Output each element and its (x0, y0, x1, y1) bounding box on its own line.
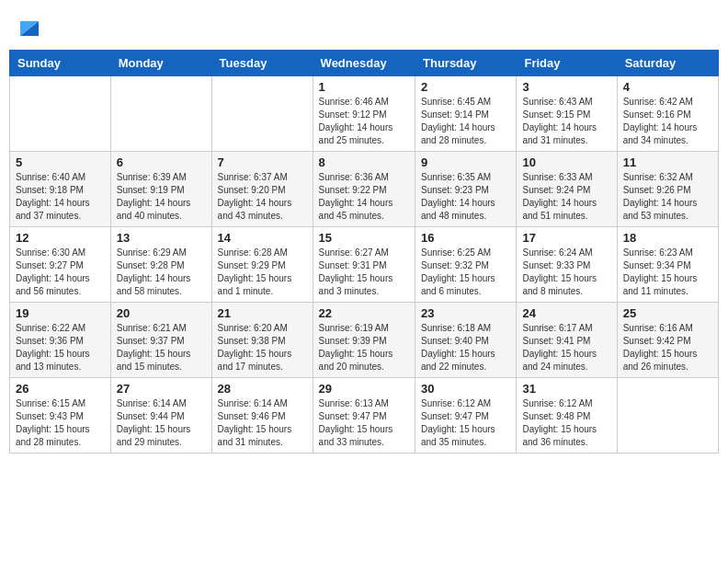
day-info: Sunrise: 6:32 AMSunset: 9:26 PMDaylight:… (623, 171, 712, 223)
day-info: Sunrise: 6:15 AMSunset: 9:43 PMDaylight:… (16, 397, 105, 449)
page-header (9, 9, 719, 40)
day-info: Sunrise: 6:25 AMSunset: 9:32 PMDaylight:… (421, 247, 510, 298)
day-number: 15 (319, 231, 409, 245)
calendar-cell: 29Sunrise: 6:13 AMSunset: 9:47 PMDayligh… (313, 378, 415, 454)
calendar-cell: 21Sunrise: 6:20 AMSunset: 9:38 PMDayligh… (211, 303, 313, 378)
calendar-cell: 5Sunrise: 6:40 AMSunset: 9:18 PMDaylight… (10, 152, 111, 227)
calendar-cell: 16Sunrise: 6:25 AMSunset: 9:32 PMDayligh… (415, 227, 517, 303)
day-number: 29 (319, 382, 409, 396)
calendar-cell: 1Sunrise: 6:46 AMSunset: 9:12 PMDaylight… (313, 76, 415, 152)
calendar-cell: 18Sunrise: 6:23 AMSunset: 9:34 PMDayligh… (617, 227, 718, 303)
day-of-week-header: Tuesday (211, 51, 313, 76)
day-number: 11 (623, 155, 712, 169)
day-info: Sunrise: 6:37 AMSunset: 9:20 PMDaylight:… (218, 171, 307, 223)
day-info: Sunrise: 6:12 AMSunset: 9:47 PMDaylight:… (421, 397, 510, 449)
calendar-cell (211, 76, 313, 152)
day-number: 6 (117, 155, 206, 169)
day-info: Sunrise: 6:33 AMSunset: 9:24 PMDaylight:… (522, 171, 610, 223)
day-info: Sunrise: 6:42 AMSunset: 9:16 PMDaylight:… (623, 96, 712, 147)
calendar-cell: 11Sunrise: 6:32 AMSunset: 9:26 PMDayligh… (617, 152, 718, 227)
calendar-cell: 8Sunrise: 6:36 AMSunset: 9:22 PMDaylight… (313, 152, 415, 227)
calendar-cell: 14Sunrise: 6:28 AMSunset: 9:29 PMDayligh… (211, 227, 313, 303)
day-number: 18 (623, 231, 712, 245)
calendar-cell: 13Sunrise: 6:29 AMSunset: 9:28 PMDayligh… (110, 227, 211, 303)
day-number: 17 (522, 231, 610, 245)
calendar-cell (617, 378, 718, 454)
day-number: 24 (522, 306, 610, 320)
day-of-week-header: Monday (110, 51, 211, 76)
calendar-table: SundayMondayTuesdayWednesdayThursdayFrid… (9, 50, 719, 454)
day-number: 22 (319, 306, 409, 320)
day-info: Sunrise: 6:21 AMSunset: 9:37 PMDaylight:… (117, 322, 206, 373)
calendar-cell: 30Sunrise: 6:12 AMSunset: 9:47 PMDayligh… (415, 378, 517, 454)
day-info: Sunrise: 6:30 AMSunset: 9:27 PMDaylight:… (16, 247, 105, 298)
day-of-week-header: Saturday (617, 51, 718, 76)
day-number: 28 (218, 382, 307, 396)
day-of-week-header: Wednesday (313, 51, 415, 76)
day-info: Sunrise: 6:12 AMSunset: 9:48 PMDaylight:… (522, 397, 610, 449)
calendar-week-row: 12Sunrise: 6:30 AMSunset: 9:27 PMDayligh… (10, 227, 719, 303)
day-info: Sunrise: 6:40 AMSunset: 9:18 PMDaylight:… (16, 171, 105, 223)
day-info: Sunrise: 6:16 AMSunset: 9:42 PMDaylight:… (623, 322, 712, 373)
day-number: 13 (117, 231, 206, 245)
day-info: Sunrise: 6:18 AMSunset: 9:40 PMDaylight:… (421, 322, 510, 373)
day-number: 30 (421, 382, 510, 396)
day-info: Sunrise: 6:45 AMSunset: 9:14 PMDaylight:… (421, 96, 510, 147)
calendar-cell: 31Sunrise: 6:12 AMSunset: 9:48 PMDayligh… (517, 378, 617, 454)
day-number: 8 (319, 155, 409, 169)
calendar-cell: 3Sunrise: 6:43 AMSunset: 9:15 PMDaylight… (517, 76, 617, 152)
calendar-cell: 28Sunrise: 6:14 AMSunset: 9:46 PMDayligh… (211, 378, 313, 454)
day-of-week-header: Thursday (415, 51, 517, 76)
calendar-week-row: 19Sunrise: 6:22 AMSunset: 9:36 PMDayligh… (10, 303, 719, 378)
day-number: 27 (117, 382, 206, 396)
day-number: 5 (16, 155, 105, 169)
day-number: 2 (421, 80, 510, 94)
calendar-cell: 19Sunrise: 6:22 AMSunset: 9:36 PMDayligh… (10, 303, 111, 378)
day-number: 4 (623, 80, 712, 94)
day-number: 1 (319, 80, 409, 94)
day-info: Sunrise: 6:14 AMSunset: 9:44 PMDaylight:… (117, 397, 206, 449)
calendar-cell (10, 76, 111, 152)
calendar-week-row: 26Sunrise: 6:15 AMSunset: 9:43 PMDayligh… (10, 378, 719, 454)
day-number: 3 (522, 80, 610, 94)
day-of-week-header: Friday (517, 51, 617, 76)
calendar-cell: 15Sunrise: 6:27 AMSunset: 9:31 PMDayligh… (313, 227, 415, 303)
day-number: 21 (218, 306, 307, 320)
day-info: Sunrise: 6:46 AMSunset: 9:12 PMDaylight:… (319, 96, 409, 147)
day-info: Sunrise: 6:28 AMSunset: 9:29 PMDaylight:… (218, 247, 307, 298)
day-info: Sunrise: 6:43 AMSunset: 9:15 PMDaylight:… (522, 96, 610, 147)
calendar-week-row: 1Sunrise: 6:46 AMSunset: 9:12 PMDaylight… (10, 76, 719, 152)
day-info: Sunrise: 6:22 AMSunset: 9:36 PMDaylight:… (16, 322, 105, 373)
day-number: 16 (421, 231, 510, 245)
calendar-cell: 20Sunrise: 6:21 AMSunset: 9:37 PMDayligh… (110, 303, 211, 378)
calendar-cell: 22Sunrise: 6:19 AMSunset: 9:39 PMDayligh… (313, 303, 415, 378)
day-info: Sunrise: 6:17 AMSunset: 9:41 PMDaylight:… (522, 322, 610, 373)
day-info: Sunrise: 6:24 AMSunset: 9:33 PMDaylight:… (522, 247, 610, 298)
day-number: 25 (623, 306, 712, 320)
calendar-cell: 10Sunrise: 6:33 AMSunset: 9:24 PMDayligh… (517, 152, 617, 227)
calendar-cell: 23Sunrise: 6:18 AMSunset: 9:40 PMDayligh… (415, 303, 517, 378)
calendar-header-row: SundayMondayTuesdayWednesdayThursdayFrid… (10, 51, 719, 76)
day-info: Sunrise: 6:27 AMSunset: 9:31 PMDaylight:… (319, 247, 409, 298)
day-info: Sunrise: 6:23 AMSunset: 9:34 PMDaylight:… (623, 247, 712, 298)
calendar-cell: 9Sunrise: 6:35 AMSunset: 9:23 PMDaylight… (415, 152, 517, 227)
calendar-cell: 2Sunrise: 6:45 AMSunset: 9:14 PMDaylight… (415, 76, 517, 152)
calendar-week-row: 5Sunrise: 6:40 AMSunset: 9:18 PMDaylight… (10, 152, 719, 227)
day-info: Sunrise: 6:39 AMSunset: 9:19 PMDaylight:… (117, 171, 206, 223)
calendar-cell: 7Sunrise: 6:37 AMSunset: 9:20 PMDaylight… (211, 152, 313, 227)
day-info: Sunrise: 6:14 AMSunset: 9:46 PMDaylight:… (218, 397, 307, 449)
calendar-cell: 24Sunrise: 6:17 AMSunset: 9:41 PMDayligh… (517, 303, 617, 378)
day-number: 12 (16, 231, 105, 245)
day-info: Sunrise: 6:36 AMSunset: 9:22 PMDaylight:… (319, 171, 409, 223)
day-info: Sunrise: 6:29 AMSunset: 9:28 PMDaylight:… (117, 247, 206, 298)
calendar-cell: 12Sunrise: 6:30 AMSunset: 9:27 PMDayligh… (10, 227, 111, 303)
day-number: 23 (421, 306, 510, 320)
logo (18, 14, 39, 36)
calendar-cell (110, 76, 211, 152)
calendar-cell: 6Sunrise: 6:39 AMSunset: 9:19 PMDaylight… (110, 152, 211, 227)
calendar-cell: 26Sunrise: 6:15 AMSunset: 9:43 PMDayligh… (10, 378, 111, 454)
day-number: 10 (522, 155, 610, 169)
day-info: Sunrise: 6:19 AMSunset: 9:39 PMDaylight:… (319, 322, 409, 373)
day-info: Sunrise: 6:35 AMSunset: 9:23 PMDaylight:… (421, 171, 510, 223)
day-info: Sunrise: 6:20 AMSunset: 9:38 PMDaylight:… (218, 322, 307, 373)
